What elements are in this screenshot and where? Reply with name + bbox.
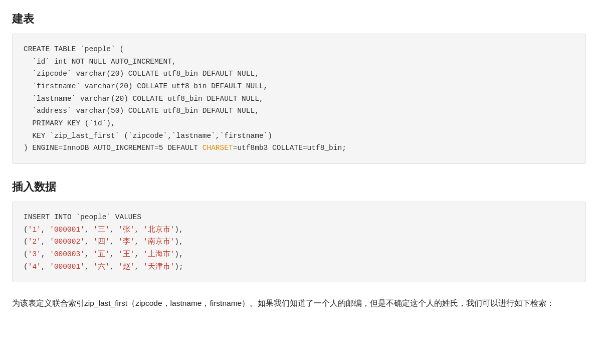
code-line-3: `zipcode` varchar(20) COLLATE utf8_bin D… [24,70,259,78]
code-line-9: ) ENGINE=InnoDB AUTO_INCREMENT=5 DEFAULT… [24,144,346,152]
code-line-1: CREATE TABLE `people` ( [24,45,124,53]
insert-line-4: ('3', '000003', '五', '王', '上海市'), [24,250,183,258]
code-line-4: `firstname` varchar(20) COLLATE utf8_bin… [24,82,268,90]
insert-line-1: INSERT INTO `people` VALUES [24,213,141,221]
section1-heading: 建表 [12,10,586,28]
charset-keyword: CHARSET [203,144,233,152]
code-line-6: `address` varchar(50) COLLATE utf8_bin D… [24,107,259,115]
insert-line-5: ('4', '000001', '六', '赵', '天津市'); [24,263,183,271]
section2-heading: 插入数据 [12,178,586,196]
code-line-7: PRIMARY KEY (`id`), [24,119,115,127]
insert-code-block: INSERT INTO `people` VALUES ('1', '00000… [12,202,586,282]
insert-line-3: ('2', '000002', '四', '李', '南京市'), [24,238,183,246]
description-text: 为该表定义联合索引zip_last_first（zipcode，lastname… [12,296,586,310]
code-line-2: `id` int NOT NULL AUTO_INCREMENT, [24,58,176,66]
insert-line-2: ('1', '000001', '三', '张', '北京市'), [24,226,183,234]
code-line-8: KEY `zip_last_first` (`zipcode`,`lastnam… [24,132,272,140]
code-line-5: `lastname` varchar(20) COLLATE utf8_bin … [24,95,264,103]
create-table-code-block: CREATE TABLE `people` ( `id` int NOT NUL… [12,34,586,164]
